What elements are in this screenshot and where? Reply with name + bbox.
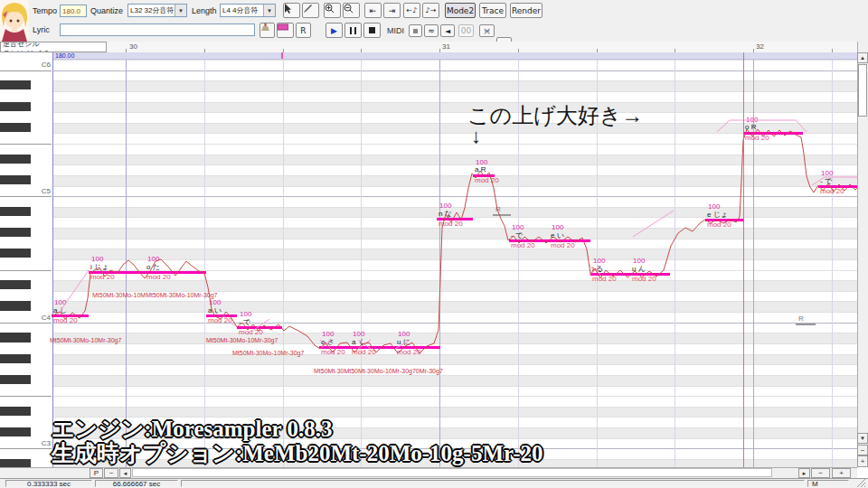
- chevron-down-icon[interactable]: ▼: [263, 5, 275, 16]
- black-key[interactable]: [0, 123, 31, 133]
- grid-row-white: [53, 70, 857, 81]
- black-key[interactable]: [0, 301, 31, 311]
- horizontal-zoom-in-button[interactable]: +: [832, 468, 851, 478]
- grid-row-white: [53, 186, 857, 197]
- scroll-down-button[interactable]: ▼: [857, 433, 868, 444]
- grid-row-black: [53, 280, 857, 291]
- black-key[interactable]: [0, 249, 31, 258]
- white-key-divider: [0, 144, 52, 145]
- tempo-input[interactable]: 180.0: [60, 5, 87, 17]
- black-key[interactable]: [0, 102, 31, 112]
- note-bar[interactable]: [395, 346, 440, 349]
- black-key[interactable]: [0, 407, 31, 417]
- key-label-C3: C3: [34, 439, 51, 447]
- note-bar[interactable]: [549, 239, 590, 242]
- pause-button[interactable]: [344, 23, 362, 38]
- note-bar[interactable]: [350, 346, 395, 349]
- note-bar[interactable]: [705, 219, 744, 221]
- note-bar[interactable]: [89, 271, 145, 274]
- go-to-start-button[interactable]: ⇤: [364, 3, 382, 18]
- pitch-view-button[interactable]: P: [90, 468, 103, 478]
- black-key[interactable]: [0, 427, 31, 437]
- cursor-arrow-icon: [284, 4, 292, 14]
- count-button[interactable]: 00: [458, 24, 474, 37]
- piano-keyboard[interactable]: C6C5C4C3: [0, 52, 53, 467]
- length-select[interactable]: L4 4分音符 ▼: [220, 4, 276, 17]
- go-to-end-button[interactable]: ⇥: [383, 3, 401, 18]
- note-bar[interactable]: [145, 271, 206, 274]
- black-key[interactable]: [0, 459, 31, 467]
- lyric-input[interactable]: [60, 23, 255, 36]
- black-key[interactable]: [0, 280, 31, 290]
- grid-row-black: [53, 375, 857, 386]
- note-bar[interactable]: [630, 273, 670, 276]
- black-key[interactable]: [0, 80, 31, 90]
- mode2-toggle-button[interactable]: Mode2: [445, 3, 476, 18]
- curve-mode-combo[interactable]: ~: [104, 468, 118, 478]
- black-key[interactable]: [0, 228, 31, 238]
- grid-row-black: [53, 155, 857, 165]
- plugin-tool-button-1[interactable]: ∼×: [479, 24, 495, 37]
- note-bar[interactable]: [206, 314, 237, 317]
- pause-icon: [350, 27, 356, 34]
- horizontal-scroll-thumb[interactable]: [132, 468, 772, 477]
- note-bar[interactable]: [237, 326, 282, 329]
- midi-thru-button[interactable]: ≈: [424, 24, 439, 37]
- ruler-tick: [361, 49, 362, 52]
- black-key[interactable]: [0, 354, 31, 364]
- scroll-left-button[interactable]: ◄: [119, 468, 131, 478]
- toolbar: Tempo 180.0 Quantize L32 32分音符 ▼ Length …: [0, 0, 868, 42]
- measure-number-30: 30: [129, 42, 137, 51]
- pencil-tool-button[interactable]: [302, 3, 319, 18]
- note-bar[interactable]: [509, 239, 549, 242]
- grid-row-white: [53, 112, 857, 123]
- skip-end-icon: ⇥: [389, 6, 396, 15]
- next-note-button[interactable]: ♪→: [422, 3, 439, 18]
- rest-note-bar[interactable]: [493, 214, 511, 216]
- white-key-divider: [0, 196, 52, 197]
- black-key[interactable]: [0, 207, 31, 217]
- trace-button[interactable]: Trace: [479, 3, 506, 18]
- zoom-out-button[interactable]: [343, 3, 360, 18]
- select-tool-button[interactable]: [283, 3, 300, 18]
- tempo-label: Tempo: [33, 6, 57, 15]
- midi-record-button[interactable]: [409, 24, 422, 37]
- black-key[interactable]: [0, 155, 31, 164]
- zoom-in-button[interactable]: [324, 3, 341, 18]
- note-bar[interactable]: [52, 314, 89, 317]
- chevron-down-icon[interactable]: ▼: [175, 5, 186, 16]
- vertical-zoom-out-button[interactable]: −: [857, 445, 868, 455]
- tempo-strip[interactable]: 180.00: [53, 52, 857, 60]
- caption-text: この上げ大好き→: [467, 101, 643, 130]
- horizontal-zoom-out-button[interactable]: −: [811, 468, 830, 478]
- note-bar[interactable]: [437, 218, 473, 221]
- black-key[interactable]: [0, 175, 31, 185]
- stamp-tool-button[interactable]: [259, 23, 275, 38]
- lyric-label: Lyric: [33, 25, 50, 34]
- speaker-button[interactable]: ◄: [440, 24, 455, 37]
- play-button[interactable]: ▶: [326, 23, 343, 38]
- scroll-right-button[interactable]: ►: [798, 468, 810, 478]
- grid-row-white: [53, 60, 857, 70]
- scroll-up-button[interactable]: ▲: [857, 52, 868, 63]
- black-key[interactable]: [0, 333, 31, 343]
- piano-roll-grid[interactable]: [53, 60, 857, 467]
- black-key[interactable]: [0, 375, 31, 385]
- rest-note-button[interactable]: R: [296, 23, 311, 38]
- note-bar[interactable]: [473, 174, 495, 177]
- vertical-scroll-thumb[interactable]: [858, 64, 867, 117]
- vertical-zoom-in-button[interactable]: +: [857, 455, 868, 467]
- quantize-select[interactable]: L32 32分音符 ▼: [127, 4, 187, 17]
- voicebank-box[interactable]: 逆音セシル -Bright- Ver1.0: [0, 42, 107, 52]
- note-color-button[interactable]: [277, 23, 294, 38]
- prev-note-button[interactable]: ←♪: [403, 3, 420, 18]
- white-key-divider: [0, 70, 52, 71]
- grid-row-black: [53, 333, 857, 343]
- stop-button[interactable]: [363, 23, 381, 38]
- render-button[interactable]: Render: [510, 3, 542, 18]
- note-bar[interactable]: [590, 273, 630, 276]
- rest-note-bar[interactable]: [796, 324, 816, 325]
- voicebank-avatar[interactable]: [0, 0, 29, 42]
- note-bar[interactable]: [319, 346, 350, 349]
- note-bar[interactable]: [743, 132, 803, 135]
